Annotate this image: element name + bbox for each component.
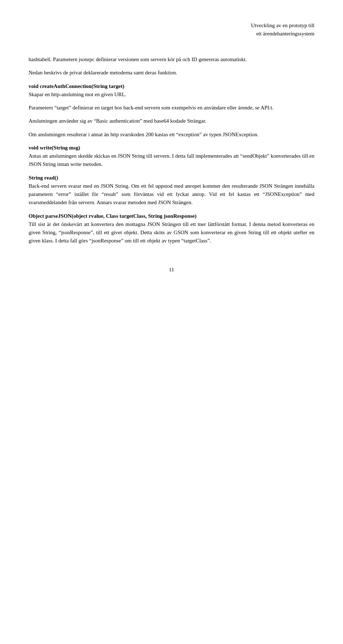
paragraph-1: hashtabell. Parametern jsonrpc definiera… xyxy=(29,55,314,64)
paragraph-9: Object parseJSON(object rvalue, Class ta… xyxy=(29,212,314,245)
paragraph-7: void write(String msg) Antas att anslutn… xyxy=(29,144,314,169)
page-header: Utveckling av en prototyp till ett ärend… xyxy=(29,21,314,38)
page: Utveckling av en prototyp till ett ärend… xyxy=(0,0,343,644)
paragraph-8: String read() Back-end servern svarar me… xyxy=(29,174,314,207)
page-number: 11 xyxy=(29,267,314,273)
page-content: hashtabell. Parametern jsonrpc definiera… xyxy=(29,55,314,245)
method-body-4: Till sist är det önskevärt att konverter… xyxy=(29,221,314,244)
paragraph-3: void createAuthConnection(String target)… xyxy=(29,82,314,99)
method-heading-1: void createAuthConnection(String target) xyxy=(29,83,124,89)
header-line1: Utveckling av en prototyp till xyxy=(29,21,314,30)
paragraph-2: Nedan beskrivs de privat deklarerade met… xyxy=(29,69,314,77)
method-heading-4: Object parseJSON(object rvalue, Class ta… xyxy=(29,213,197,219)
method-heading-2: void write(String msg) xyxy=(29,145,80,151)
method-body-2: Antas att anslutningen skedde skickas en… xyxy=(29,153,314,167)
header-line2: ett ärendehanteringssystem xyxy=(29,30,314,38)
paragraph-4: Parametern “target” definierar en target… xyxy=(29,104,314,112)
method-heading-3: String read() xyxy=(29,175,58,181)
method-body-1: Skapar en http-anslutning mot en given U… xyxy=(29,92,126,97)
method-body-3: Back-end servern svarar med en JSON Stri… xyxy=(29,183,314,206)
paragraph-5: Anslutningen använder sig av “Basic auth… xyxy=(29,117,314,125)
paragraph-6: Om anslutningen resulterar i annat än ht… xyxy=(29,131,314,139)
